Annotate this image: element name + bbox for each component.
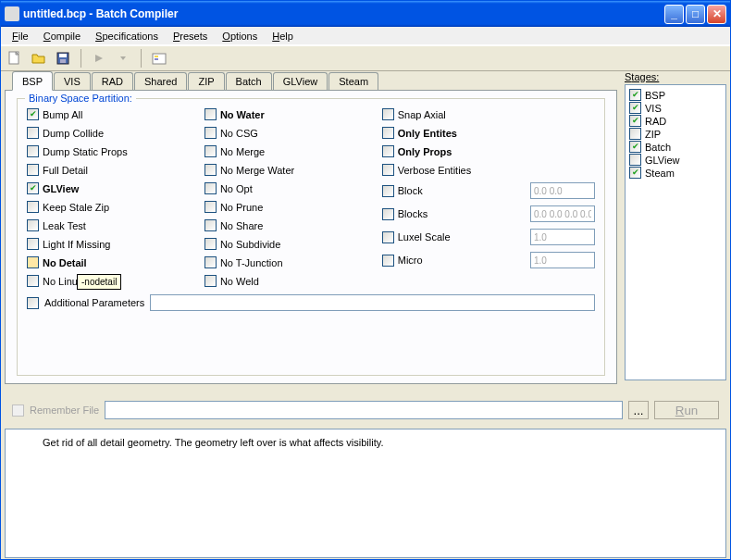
option-only-entites[interactable]: Only Entites bbox=[382, 127, 595, 139]
checkbox[interactable] bbox=[382, 255, 394, 267]
run-button[interactable]: Run bbox=[654, 401, 719, 419]
option-snap-axial[interactable]: Snap Axial bbox=[382, 108, 595, 120]
checkbox[interactable] bbox=[27, 127, 39, 139]
checkbox[interactable] bbox=[629, 115, 641, 127]
menu-options[interactable]: Options bbox=[215, 29, 265, 44]
checkbox[interactable] bbox=[27, 238, 39, 250]
tab-glview[interactable]: GLView bbox=[273, 72, 328, 91]
checkbox[interactable] bbox=[629, 102, 641, 114]
option-leak-test[interactable]: Leak Test bbox=[27, 219, 204, 231]
tab-steam[interactable]: Steam bbox=[328, 72, 378, 91]
tab-zip[interactable]: ZIP bbox=[188, 72, 224, 91]
option-no-prune[interactable]: No Prune bbox=[204, 201, 382, 213]
maximize-button[interactable]: □ bbox=[686, 5, 705, 24]
checkbox[interactable] bbox=[629, 141, 641, 153]
minimize-button[interactable]: _ bbox=[664, 5, 684, 24]
checkbox[interactable] bbox=[204, 145, 217, 157]
checkbox[interactable] bbox=[382, 164, 394, 176]
stage-zip[interactable]: ZIP bbox=[629, 128, 722, 140]
option-value-input[interactable] bbox=[530, 205, 595, 222]
checkbox[interactable] bbox=[382, 231, 394, 243]
tab-rad[interactable]: RAD bbox=[92, 72, 133, 91]
close-button[interactable]: ✕ bbox=[707, 5, 726, 24]
option-value-input[interactable] bbox=[530, 252, 595, 268]
stage-glview[interactable]: GLView bbox=[629, 154, 722, 166]
checkbox[interactable] bbox=[27, 108, 39, 120]
checkbox[interactable] bbox=[27, 256, 39, 268]
dropdown-icon[interactable] bbox=[113, 48, 133, 68]
checkbox[interactable] bbox=[27, 164, 39, 176]
checkbox[interactable] bbox=[382, 145, 394, 157]
option-no-merge-water[interactable]: No Merge Water bbox=[204, 164, 382, 176]
open-file-icon[interactable] bbox=[29, 48, 49, 68]
checkbox[interactable] bbox=[204, 164, 217, 176]
checkbox[interactable] bbox=[27, 145, 39, 157]
option-verbose-entities[interactable]: Verbose Entities bbox=[382, 164, 595, 176]
checkbox[interactable] bbox=[204, 182, 217, 194]
checkbox[interactable] bbox=[382, 185, 394, 197]
option-bump-all[interactable]: Bump All bbox=[27, 108, 204, 120]
option-no-linux-data[interactable]: No Linux Data-nodetail bbox=[27, 275, 204, 287]
checkbox[interactable] bbox=[27, 201, 39, 213]
checkbox[interactable] bbox=[27, 219, 39, 231]
option-no-weld[interactable]: No Weld bbox=[204, 275, 382, 287]
checkbox[interactable] bbox=[629, 167, 641, 179]
tab-bsp[interactable]: BSP bbox=[12, 71, 53, 91]
menu-file[interactable]: File bbox=[5, 29, 36, 44]
stage-steam[interactable]: Steam bbox=[629, 167, 722, 179]
option-keep-stale-zip[interactable]: Keep Stale Zip bbox=[27, 201, 204, 213]
menu-specifications[interactable]: Specifications bbox=[88, 29, 166, 44]
option-block[interactable]: Block bbox=[382, 182, 595, 199]
checkbox[interactable] bbox=[204, 108, 217, 120]
option-luxel-scale[interactable]: Luxel Scale bbox=[382, 229, 595, 245]
option-light-if-missing[interactable]: Light If Missing bbox=[27, 238, 204, 250]
checkbox[interactable] bbox=[629, 154, 641, 166]
checkbox[interactable] bbox=[27, 182, 39, 194]
option-value-input[interactable] bbox=[530, 229, 595, 245]
checkbox[interactable] bbox=[204, 256, 217, 268]
browse-button[interactable]: ... bbox=[628, 401, 649, 419]
remember-checkbox[interactable] bbox=[12, 404, 24, 417]
option-micro[interactable]: Micro bbox=[382, 252, 595, 268]
checkbox[interactable] bbox=[27, 275, 39, 287]
option-no-subdivide[interactable]: No Subdivide bbox=[204, 238, 382, 250]
option-value-input[interactable] bbox=[530, 182, 595, 199]
presets-icon[interactable] bbox=[149, 48, 169, 68]
remember-file-input[interactable] bbox=[105, 401, 623, 419]
tab-batch[interactable]: Batch bbox=[226, 72, 272, 91]
stage-vis[interactable]: VIS bbox=[629, 102, 722, 114]
menu-presets[interactable]: Presets bbox=[166, 29, 215, 44]
additional-params-checkbox[interactable] bbox=[27, 297, 39, 309]
additional-params-input[interactable] bbox=[150, 294, 595, 311]
save-file-icon[interactable] bbox=[53, 48, 73, 68]
play-icon[interactable] bbox=[89, 48, 109, 68]
stage-bsp[interactable]: BSP bbox=[629, 89, 722, 101]
menu-help[interactable]: Help bbox=[265, 29, 301, 44]
new-file-icon[interactable] bbox=[5, 48, 25, 68]
stage-batch[interactable]: Batch bbox=[629, 141, 722, 153]
checkbox[interactable] bbox=[629, 89, 641, 101]
option-no-merge[interactable]: No Merge bbox=[204, 145, 382, 157]
option-glview[interactable]: GLView bbox=[27, 182, 204, 194]
checkbox[interactable] bbox=[204, 275, 217, 287]
menu-compile[interactable]: Compile bbox=[36, 29, 88, 44]
checkbox[interactable] bbox=[382, 108, 394, 120]
option-no-detail[interactable]: No Detail bbox=[27, 256, 204, 268]
tab-shared[interactable]: Shared bbox=[134, 72, 187, 91]
option-no-water[interactable]: No Water bbox=[204, 108, 382, 120]
option-blocks[interactable]: Blocks bbox=[382, 205, 595, 222]
option-no-t-junction[interactable]: No T-Junction bbox=[204, 256, 382, 268]
tab-vis[interactable]: VIS bbox=[54, 72, 91, 91]
checkbox[interactable] bbox=[382, 127, 394, 139]
option-dump-collide[interactable]: Dump Collide bbox=[27, 127, 204, 139]
option-only-props[interactable]: Only Props bbox=[382, 145, 595, 157]
option-no-csg[interactable]: No CSG bbox=[204, 127, 382, 139]
checkbox[interactable] bbox=[204, 238, 217, 250]
option-dump-static-props[interactable]: Dump Static Props bbox=[27, 145, 204, 157]
checkbox[interactable] bbox=[382, 208, 394, 220]
checkbox[interactable] bbox=[204, 201, 217, 213]
checkbox[interactable] bbox=[204, 219, 217, 231]
checkbox[interactable] bbox=[204, 127, 217, 139]
checkbox[interactable] bbox=[629, 128, 641, 140]
option-full-detail[interactable]: Full Detail bbox=[27, 164, 204, 176]
